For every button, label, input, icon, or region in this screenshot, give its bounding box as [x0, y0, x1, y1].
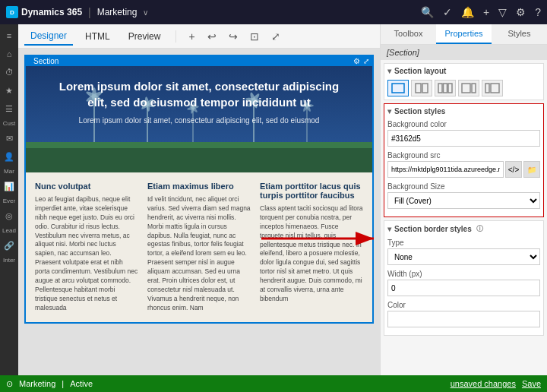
sidebar-menu-icon[interactable]: ≡: [1, 27, 17, 44]
layout-right-wide[interactable]: [482, 80, 503, 96]
tab-toolbox[interactable]: Toolbox: [381, 24, 436, 44]
tab-properties[interactable]: Properties: [436, 24, 492, 44]
save-button[interactable]: Save: [522, 379, 541, 388]
section-wrapper[interactable]: Section ⚙ ⤢: [24, 55, 374, 324]
column-3: Etiam porttitor lacus quis turpis portti…: [260, 182, 363, 313]
sidebar-marketing-label[interactable]: Mar: [4, 166, 14, 176]
col2-body: Id velit tincidunt, nec aliquet orci var…: [147, 195, 251, 313]
nav-separator: |: [88, 6, 91, 18]
section-label: Section: [29, 56, 63, 66]
bg-src-label: Background src: [387, 151, 540, 160]
add-element-icon[interactable]: +: [185, 29, 198, 44]
svg-rect-29: [444, 84, 447, 93]
app-logo[interactable]: D Dynamics 365: [6, 6, 82, 18]
right-panel: Toolbox Properties Styles [Section] ▾ Se…: [380, 24, 547, 375]
editor-toolbar: Designer HTML Preview + ↩ ↪ ⊡ ⤢: [18, 24, 380, 49]
section-settings-icon[interactable]: ⚙: [353, 57, 360, 65]
sidebar-email-icon[interactable]: ✉: [1, 130, 17, 147]
bg-size-label: Background Size: [387, 182, 540, 191]
styles-title-text: Section styles: [394, 107, 445, 115]
sidebar-contacts-icon[interactable]: 👤: [1, 148, 17, 165]
sidebar-leads-label[interactable]: Lead: [2, 226, 16, 236]
tab-styles[interactable]: Styles: [492, 24, 547, 44]
module-name: Marketing: [97, 7, 138, 17]
section-styles-title: ▾ Section styles: [387, 107, 540, 115]
help-icon[interactable]: ?: [535, 6, 541, 18]
layout-3col[interactable]: [435, 80, 456, 96]
section-layout-group: ▾ Section layout: [384, 63, 544, 100]
layout-left-wide[interactable]: [458, 80, 479, 96]
bg-color-input[interactable]: [387, 130, 540, 147]
tab-designer[interactable]: Designer: [24, 27, 73, 46]
add-icon[interactable]: +: [483, 6, 489, 18]
sidebar-interactions-label[interactable]: Inter: [3, 255, 15, 265]
border-type-label: Type: [387, 239, 540, 247]
svg-rect-28: [438, 84, 442, 93]
bg-size-row: Background Size Auto Fill (Cover) Fit (C…: [387, 182, 540, 209]
logo-icon: D: [6, 6, 18, 18]
col3-title: Etiam porttitor lacus quis turpis portti…: [260, 182, 363, 200]
hero-section: Lorem ipsum dolor sit amet, consectetur …: [26, 66, 372, 172]
layout-1col[interactable]: [387, 80, 409, 96]
sidebar-segments-icon[interactable]: ◎: [1, 207, 17, 224]
col1-body: Leo at feugiat dapibus, neque elit imper…: [35, 195, 138, 313]
tab-preview[interactable]: Preview: [122, 28, 167, 45]
sidebar-recent-icon[interactable]: ⏱: [1, 64, 17, 81]
redo-icon[interactable]: ↪: [226, 29, 241, 44]
sidebar-customers-label[interactable]: Cust: [3, 119, 15, 128]
bg-src-browse-btn[interactable]: 📁: [523, 161, 540, 178]
sidebar-analytics-icon[interactable]: 📊: [1, 178, 17, 194]
settings-icon[interactable]: ⚙: [516, 6, 526, 18]
bg-src-input[interactable]: [387, 161, 504, 178]
border-title-text: Section border styles: [394, 225, 472, 233]
border-width-input[interactable]: [387, 280, 540, 296]
sidebar-events-label[interactable]: Ever: [3, 196, 15, 206]
sidebar-tasks-icon[interactable]: ☰: [1, 100, 17, 117]
bg-size-select[interactable]: Auto Fill (Cover) Fit (Contain) 100% Wid…: [387, 192, 540, 209]
main-editor: Designer HTML Preview + ↩ ↪ ⊡ ⤢ Section …: [18, 24, 380, 375]
bg-src-field: </> 📁: [387, 161, 540, 178]
styles-collapse-icon[interactable]: ▾: [387, 107, 391, 115]
module-chevron[interactable]: ∨: [143, 8, 148, 17]
content-columns: Nunc volutpat Leo at feugiat dapibus, ne…: [26, 172, 372, 322]
sidebar-home-icon[interactable]: ⌂: [1, 46, 17, 62]
sidebar-favorites-icon[interactable]: ★: [1, 82, 17, 99]
bg-src-row: Background src </> 📁: [387, 151, 540, 178]
sidebar-links-icon[interactable]: 🔗: [1, 237, 17, 254]
border-color-input[interactable]: [387, 311, 540, 327]
left-sidebar: ≡ ⌂ ⏱ ★ ☰ Cust ✉ 👤 Mar 📊 Ever ◎ Lead 🔗 I…: [0, 24, 18, 375]
layout-2col[interactable]: [411, 80, 432, 96]
bg-src-edit-btn[interactable]: </>: [505, 161, 522, 178]
status-app-icon: ⊙: [6, 379, 13, 389]
status-bar: ⊙ Marketing | Active unsaved changes Sav…: [0, 375, 547, 392]
bg-color-label: Background color: [387, 120, 540, 128]
layout-collapse-icon[interactable]: ▾: [387, 67, 391, 75]
svg-rect-33: [485, 84, 489, 93]
section-maximize-icon[interactable]: ⤢: [363, 57, 369, 65]
tab-html[interactable]: HTML: [79, 28, 116, 45]
section-border-group: ▾ Section border styles ⓘ Type None Soli…: [384, 220, 544, 336]
panel-tabs: Toolbox Properties Styles: [381, 24, 547, 45]
bell-icon[interactable]: 🔔: [461, 6, 474, 18]
border-width-row: Width (px): [387, 270, 540, 296]
col1-title: Nunc volutpat: [35, 182, 138, 191]
border-width-label: Width (px): [387, 270, 540, 278]
check-icon[interactable]: ✓: [443, 6, 452, 18]
border-type-row: Type None Solid Dashed Dotted: [387, 239, 540, 265]
filter-icon[interactable]: ▽: [498, 6, 507, 18]
unsaved-changes-link[interactable]: unsaved changes: [451, 379, 516, 388]
fullscreen-icon[interactable]: ⤢: [268, 29, 283, 44]
section-top-bar: Section ⚙ ⤢: [26, 56, 372, 66]
layout-title-text: Section layout: [394, 67, 446, 75]
svg-rect-34: [491, 84, 499, 93]
top-nav-bar: D Dynamics 365 | Marketing ∨ 🔍 ✓ 🔔 + ▽ ⚙…: [0, 0, 547, 24]
undo-icon[interactable]: ↩: [204, 29, 220, 44]
border-collapse-icon[interactable]: ▾: [387, 225, 391, 233]
preview-icon[interactable]: ⊡: [247, 29, 262, 44]
hero-title: Lorem ipsum dolor sit amet, consectetur …: [56, 78, 342, 110]
layout-options: [387, 80, 540, 96]
search-icon[interactable]: 🔍: [421, 6, 434, 18]
border-type-select[interactable]: None Solid Dashed Dotted: [387, 248, 540, 265]
bg-color-row: Background color: [387, 120, 540, 147]
section-border-title: ▾ Section border styles ⓘ: [387, 224, 540, 234]
